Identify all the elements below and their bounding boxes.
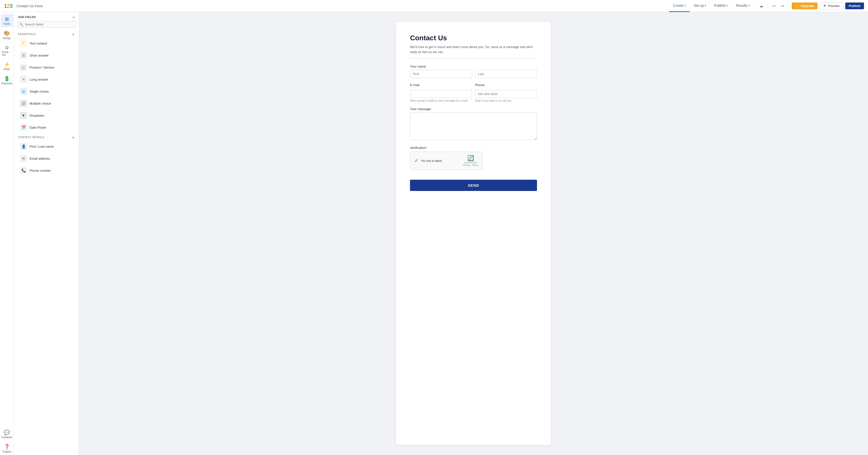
tab-results[interactable]: Results ▾ [732,0,754,12]
sidebar-item-support[interactable]: ❓ Support [1,442,13,455]
support-icon: ❓ [4,444,10,450]
verification-field: Verification* ✓ I'm not a robot 🔄 reCAPT… [410,146,537,170]
tab-setup[interactable]: Set up ▾ [690,0,710,12]
form-card: Contact Us We'd love to get in touch and… [396,22,551,445]
form-heading: Contact Us [410,34,537,42]
field-item-text-content[interactable]: T Text content [16,37,77,49]
icon-nav: ⊞ Fields 🎨 Design ☺ Thank You ⚡ Rules 💲 … [0,12,14,455]
text-content-icon: T [20,40,27,47]
email-phone-field: E-mail: Phone: We're going to reply to y… [410,83,537,102]
collapse-panel-button[interactable]: « [73,15,75,19]
recaptcha-links: Privacy · Terms [463,164,478,166]
sidebar-item-feedback[interactable]: 💬 Feedback [1,427,13,441]
message-textarea[interactable] [410,112,537,140]
undo-button[interactable]: ↩ [771,2,777,10]
search-input[interactable] [25,23,73,26]
fields-panel: ADD FIELDS « 🔍 ESSENTIALS ▲ T Text conte… [14,12,79,455]
single-choice-icon: ◎ [20,88,27,95]
field-item-long-answer[interactable]: ≡ Long answer [16,74,77,85]
field-item-product-service[interactable]: 🛒 Product / Service [16,62,77,73]
rules-icon: ⚡ [4,61,10,67]
field-item-phone-number[interactable]: 📞 Phone number [16,165,77,176]
field-item-single-choice[interactable]: ◎ Single choice [16,86,77,97]
field-item-short-answer[interactable]: ☰ Short answer [16,50,77,61]
payments-icon: 💲 [4,76,10,82]
essentials-section-header[interactable]: ESSENTIALS ▲ [14,30,79,37]
cloud-save-button[interactable]: ☁ [758,2,765,10]
sidebar-item-fields[interactable]: ⊞ Fields [1,14,13,27]
recaptcha-label: reCAPTCHA [463,162,478,164]
product-service-icon: 🛒 [20,64,27,71]
field-item-email-address[interactable]: ✉ Email address [16,153,77,164]
collapse-icon: ▲ [72,32,75,36]
field-item-multiple-choice[interactable]: ☑ Multiple choice [16,97,77,109]
chevron-down-icon: ▾ [684,4,686,7]
phone-number-icon: 📞 [20,167,27,174]
last-name-input[interactable] [475,70,537,78]
redo-button[interactable]: ↪ [779,2,785,10]
date-picker-icon: 📅 [20,124,27,131]
search-icon: 🔍 [19,23,23,26]
field-item-dropdown[interactable]: ▼ Dropdown [16,110,77,121]
fields-panel-header: ADD FIELDS « [14,12,79,21]
phone-hint: Only if you want us to call you. [475,99,537,102]
main-content: Contact Us We'd love to get in touch and… [79,12,868,455]
check-icon: ✓ [414,158,418,164]
preview-button[interactable]: 👁 Preview [819,2,843,9]
phone-input[interactable] [475,90,537,98]
long-answer-icon: ≡ [20,76,27,83]
email-label: E-mail: [410,83,472,87]
email-address-icon: ✉ [20,155,27,162]
publish-button[interactable]: Publish [845,2,864,9]
tab-create[interactable]: Create ▾ [669,0,690,12]
fields-icon: ⊞ [5,16,9,22]
first-last-name-icon: 👤 [20,143,27,150]
short-answer-icon: ☰ [20,52,27,59]
form-subtitle: We'd love to get in touch and learn more… [410,45,537,54]
thankyou-icon: ☺ [4,45,9,50]
multiple-choice-icon: ☑ [20,100,27,107]
email-input[interactable] [410,90,472,98]
chevron-down-icon: ▾ [726,4,728,7]
feedback-icon: 💬 [4,429,10,435]
eye-icon: 👁 [823,4,827,8]
search-bar: 🔍 [17,21,76,28]
divider [768,3,768,9]
email-phone-input-row: We're going to reply to your message by … [410,90,537,102]
sidebar-item-thankyou[interactable]: ☺ Thank You [1,42,13,58]
collapse-icon: ▲ [72,135,75,139]
upgrade-button[interactable]: 👑 Upgrade [792,2,817,9]
contact-details-section-header[interactable]: CONTACT DETAILS ▲ [14,133,79,140]
send-button[interactable]: SEND [410,180,537,191]
top-nav: 123 Contact Us Form Create ▾ Set up ▾ Pu… [0,0,868,12]
sidebar-item-payments[interactable]: 💲 Payments [1,74,13,87]
recaptcha-left: ✓ I'm not a robot [414,158,442,164]
recaptcha-logo-icon: 🔄 [463,155,478,162]
message-field: Your message: [410,107,537,141]
your-name-label: Your name: [410,64,537,68]
form-title: Contact Us Form [17,4,43,8]
recaptcha-logo: 🔄 reCAPTCHA Privacy · Terms [463,155,478,166]
design-icon: 🎨 [4,30,10,36]
email-hint: We're going to reply to your message by … [410,99,472,102]
chevron-down-icon: ▾ [748,4,750,7]
sidebar-item-design[interactable]: 🎨 Design [1,28,13,41]
dropdown-icon: ▼ [20,112,27,119]
tab-publish[interactable]: Publish ▾ [710,0,732,12]
verification-label: Verification* [410,146,537,150]
name-input-row [410,70,537,78]
nav-tabs: Create ▾ Set up ▾ Publish ▾ Results ▾ [669,0,754,12]
your-name-field: Your name: [410,64,537,78]
fields-panel-title: ADD FIELDS [18,16,36,19]
field-item-date-picker[interactable]: 📅 Date Picker [16,122,77,133]
form-divider [410,58,537,59]
field-item-first-last-name[interactable]: 👤 First / Last name [16,141,77,152]
crown-icon: 👑 [795,4,799,8]
recaptcha-text: I'm not a robot [421,159,442,163]
first-name-input[interactable] [410,70,472,78]
sidebar-item-rules[interactable]: ⚡ Rules [1,59,13,73]
recaptcha-box[interactable]: ✓ I'm not a robot 🔄 reCAPTCHA Privacy · … [410,152,483,170]
email-phone-label-row: E-mail: Phone: [410,83,537,88]
nav-actions: ☁ ↩ ↪ 👑 Upgrade 👁 Preview Publish [758,2,864,10]
divider [788,3,789,9]
